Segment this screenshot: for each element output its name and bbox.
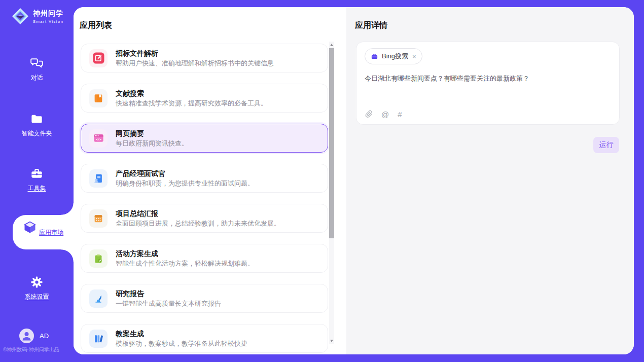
calendar-icon (89, 209, 108, 228)
brand-logo: 神州问学 Smart Vision (11, 7, 63, 25)
book-icon (89, 89, 108, 107)
list-scrollbar[interactable] (329, 42, 334, 344)
app-card-pm-interviewer[interactable]: 产品经理面试官 明确身份和职责，为您提供专业性的面试问题。 (81, 164, 328, 193)
app-card-literature-search[interactable]: 文献搜索 快速精准查找学术资源，提高研究效率的必备工具。 (81, 84, 328, 113)
app-card-title: 研究报告 (116, 289, 221, 298)
run-button[interactable]: 运行 (593, 137, 619, 153)
chat-icon (30, 56, 44, 70)
paperclip-icon[interactable] (365, 110, 373, 118)
svg-text:</>: </> (95, 137, 101, 141)
pen-edit-icon (89, 49, 108, 67)
brand-subtitle: Smart Vision (33, 19, 63, 24)
folder-icon (30, 112, 44, 126)
sidebar-item-label: 智能文件夹 (22, 129, 52, 138)
sidebar-item-settings[interactable]: 系统设置 (0, 275, 74, 301)
app-card-title: 网页摘要 (116, 129, 188, 138)
sidebar-item-chat[interactable]: 对话 (0, 56, 74, 82)
app-list-panel: 应用列表 招标文件解析 帮助用户快速、准确地理解和解析招标书中的关键信息 (74, 7, 346, 354)
sidebar: 神州问学 Smart Vision 对话 智能文件夹 工具集 (0, 0, 74, 362)
sidebar-item-label: 系统设置 (25, 293, 49, 301)
app-card-title: 招标文件解析 (116, 49, 274, 58)
gear-icon (30, 275, 44, 289)
close-icon[interactable]: × (412, 53, 416, 60)
user-name: AD (40, 332, 49, 340)
app-card-description: 每日政府新闻资讯快查。 (116, 139, 188, 148)
web-code-icon: </> (89, 129, 108, 148)
app-card-title: 产品经理面试官 (116, 169, 254, 178)
clipboard-check-icon (89, 249, 108, 268)
books-icon (89, 330, 108, 348)
briefcase-icon (30, 167, 44, 180)
app-card-description: 智能生成个性化活动方案，轻松解决规划难题。 (116, 259, 254, 268)
scroll-up-arrow[interactable] (329, 42, 334, 48)
app-card-bid-parsing[interactable]: 招标文件解析 帮助用户快速、准确地理解和解析招标书中的关键信息 (81, 44, 328, 73)
app-card-project-summary[interactable]: 项目总结汇报 全面回顾项目进展，总结经验教训，助力未来优化发展。 (81, 204, 328, 233)
interview-doc-icon (89, 169, 108, 188)
avatar (19, 329, 34, 343)
app-list-title: 应用列表 (80, 20, 112, 31)
app-card-description: 快速精准查找学术资源，提高研究效率的必备工具。 (116, 99, 267, 107)
sidebar-item-label: 工具集 (28, 184, 46, 193)
app-detail-title: 应用详情 (355, 20, 387, 31)
app-card-web-summary[interactable]: </> 网页摘要 每日政府新闻资讯快查。 (81, 124, 328, 153)
app-card-title: 文献搜索 (116, 89, 267, 98)
app-card-title: 教案生成 (116, 329, 247, 338)
scroll-down-arrow[interactable] (329, 338, 334, 344)
sidebar-item-smart-folder[interactable]: 智能文件夹 (0, 112, 74, 138)
prompt-editor-card: Bing搜索 × 今日湖北有哪些新闻要点？有哪些需要关注的最新政策？ @ # (356, 42, 620, 125)
sidebar-item-app-market[interactable]: 应用市场 (13, 215, 74, 249)
copyright-text: ©神州数码·神州问学出品 (3, 346, 59, 353)
query-input[interactable]: 今日湖北有哪些新闻要点？有哪些需要关注的最新政策？ (365, 74, 611, 83)
diamond-logo-icon (11, 7, 29, 25)
sidebar-item-toolkit[interactable]: 工具集 (0, 167, 74, 193)
briefcase-icon (371, 53, 378, 60)
tool-tag-bing-search[interactable]: Bing搜索 × (365, 48, 422, 64)
ink-quill-icon (89, 289, 108, 308)
mention-icon[interactable]: @ (381, 111, 389, 118)
person-avatar-icon (19, 329, 34, 343)
brand-name: 神州问学 (33, 9, 63, 18)
sidebar-item-label: 应用市场 (39, 228, 63, 237)
cube-icon (23, 220, 37, 234)
scrollbar-thumb[interactable] (329, 48, 334, 238)
app-card-title: 项目总结汇报 (116, 209, 280, 218)
app-card-description: 一键智能生成高质量长文本研究报告 (116, 299, 221, 308)
input-toolbar: @ # (365, 110, 402, 118)
app-card-description: 帮助用户快速、准确地理解和解析招标书中的关键信息 (116, 59, 274, 67)
app-card-title: 活动方案生成 (116, 249, 254, 258)
app-detail-panel: 应用详情 Bing搜索 × 今日湖北有哪些新闻要点？有哪些需要关注的最新政策？ … (346, 7, 634, 354)
app-card-list: 招标文件解析 帮助用户快速、准确地理解和解析招标书中的关键信息 文献搜索 快速精… (81, 44, 328, 354)
app-card-description: 明确身份和职责，为您提供专业性的面试问题。 (116, 179, 254, 188)
app-card-research-report[interactable]: 研究报告 一键智能生成高质量长文本研究报告 (81, 284, 328, 313)
hash-icon[interactable]: # (398, 111, 402, 118)
app-card-description: 全面回顾项目进展，总结经验教训，助力未来优化发展。 (116, 219, 280, 228)
app-card-description: 模板驱动，教案秒成，教学准备从此轻松快捷 (116, 339, 247, 348)
user-account[interactable]: AD (19, 329, 49, 343)
app-card-activity-plan[interactable]: 活动方案生成 智能生成个性化活动方案，轻松解决规划难题。 (81, 244, 328, 273)
sidebar-item-label: 对话 (31, 74, 43, 82)
main-content: 应用列表 招标文件解析 帮助用户快速、准确地理解和解析招标书中的关键信息 (74, 7, 634, 354)
tool-tag-label: Bing搜索 (382, 52, 408, 61)
app-card-lesson-plan[interactable]: 教案生成 模板驱动，教案秒成，教学准备从此轻松快捷 (81, 324, 328, 353)
